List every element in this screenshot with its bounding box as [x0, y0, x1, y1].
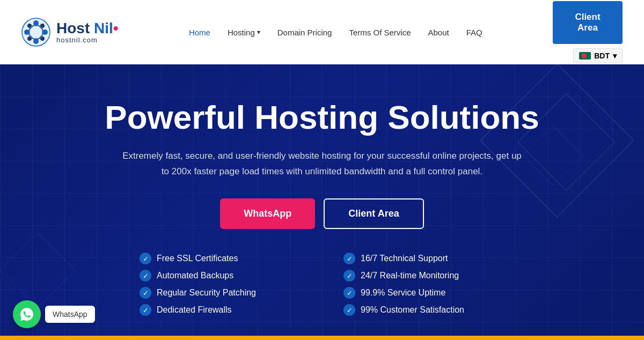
- logo-brand-name: Host Nil•: [56, 21, 119, 36]
- feature-ssl-label: Free SSL Certificates: [157, 254, 238, 263]
- nav-home[interactable]: Home: [182, 24, 217, 41]
- check-icon: ✓: [140, 270, 151, 282]
- nav-terms[interactable]: Terms Of Service: [342, 24, 417, 41]
- logo-text: Host Nil• hostnil.com: [56, 21, 119, 44]
- feature-uptime-label: 99.9% Service Uptime: [361, 288, 445, 298]
- check-icon: ✓: [140, 287, 151, 299]
- whatsapp-float-label[interactable]: WhatsApp: [45, 306, 95, 323]
- logo-icon: [21, 18, 51, 47]
- hero-buttons: WhatsApp Client Area: [220, 198, 423, 229]
- client-area-button[interactable]: Client Area: [553, 1, 623, 44]
- whatsapp-icon: [19, 307, 34, 322]
- feature-satisfaction-label: 99% Customer Satisfaction: [361, 305, 464, 315]
- whatsapp-float[interactable]: WhatsApp: [13, 300, 95, 328]
- feature-ssl: ✓ Free SSL Certificates: [140, 253, 301, 264]
- hero-client-area-button[interactable]: Client Area: [324, 198, 423, 229]
- features-grid: ✓ Free SSL Certificates ✓ 16/7 Technical…: [140, 253, 504, 316]
- logo-domain: hostnil.com: [56, 36, 119, 44]
- feature-backups-label: Automated Backups: [157, 271, 233, 280]
- nav-faq[interactable]: FAQ: [460, 24, 489, 41]
- whatsapp-float-button[interactable]: [13, 300, 41, 328]
- logo[interactable]: Host Nil• hostnil.com: [21, 18, 119, 47]
- currency-code: BDT: [594, 51, 610, 60]
- nav-about[interactable]: About: [422, 24, 456, 41]
- feature-backups: ✓ Automated Backups: [140, 270, 301, 282]
- feature-security-label: Regular Security Patching: [157, 288, 256, 298]
- feature-uptime: ✓ 99.9% Service Uptime: [343, 287, 504, 299]
- feature-monitoring-label: 24/7 Real-time Monitoring: [361, 271, 459, 280]
- nav-links: Home Hosting Domain Pricing Terms Of Ser…: [119, 24, 553, 41]
- feature-tech-support: ✓ 16/7 Technical Support: [343, 253, 504, 264]
- whatsapp-button[interactable]: WhatsApp: [220, 198, 315, 229]
- nav-right: Client Area BDT ▾: [553, 1, 623, 63]
- currency-chevron-icon: ▾: [613, 51, 617, 60]
- flag-bangladesh: [579, 52, 591, 60]
- check-icon: ✓: [343, 287, 355, 299]
- check-icon: ✓: [140, 253, 151, 264]
- nav-domain-pricing[interactable]: Domain Pricing: [271, 24, 339, 41]
- feature-tech-support-label: 16/7 Technical Support: [361, 254, 448, 263]
- bottom-bar: [0, 336, 644, 340]
- deco-rhombus-3: [0, 232, 76, 308]
- check-icon: ✓: [343, 270, 355, 282]
- check-icon: ✓: [343, 253, 355, 264]
- feature-satisfaction: ✓ 99% Customer Satisfaction: [343, 304, 504, 316]
- hero-title: Powerful Hosting Solutions: [105, 99, 539, 136]
- nav-hosting[interactable]: Hosting: [221, 24, 267, 41]
- feature-monitoring: ✓ 24/7 Real-time Monitoring: [343, 270, 504, 282]
- navbar: Host Nil• hostnil.com Home Hosting Domai…: [0, 0, 644, 64]
- feature-firewalls: ✓ Dedicated Firewalls: [140, 304, 301, 316]
- check-icon: ✓: [140, 304, 151, 316]
- hero-section: Powerful Hosting Solutions Extremely fas…: [0, 64, 644, 340]
- hero-subtitle: Extremely fast, secure, and user-friendl…: [118, 149, 526, 180]
- check-icon: ✓: [343, 304, 355, 316]
- feature-security: ✓ Regular Security Patching: [140, 287, 301, 299]
- currency-selector[interactable]: BDT ▾: [573, 48, 623, 63]
- feature-firewalls-label: Dedicated Firewalls: [157, 305, 232, 315]
